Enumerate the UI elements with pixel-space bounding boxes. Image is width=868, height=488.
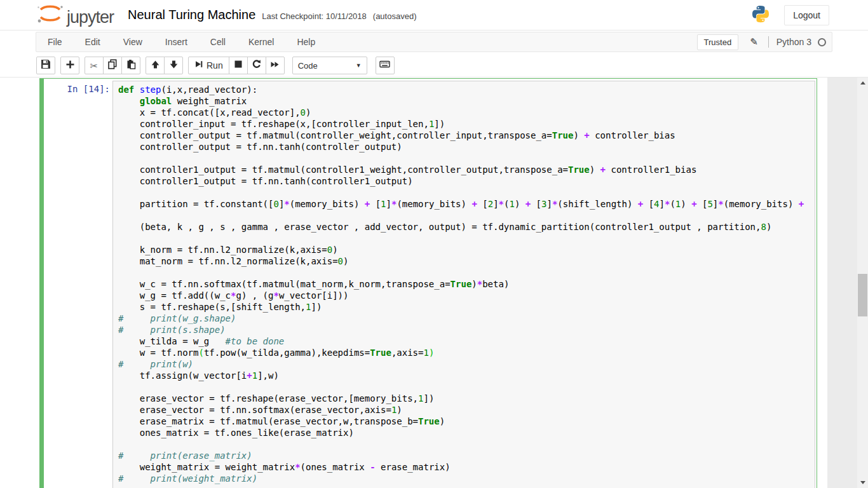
code-line: mat_norm = tf.nn.l2_normalize(k,axis=0)	[118, 255, 815, 267]
logout-button[interactable]: Logout	[784, 5, 829, 25]
run-button-label: Run	[207, 60, 223, 71]
paste-cell-button[interactable]	[121, 57, 140, 74]
menubar: FileEditViewInsertCellKernelHelp Trusted…	[36, 32, 832, 52]
header-right: Logout	[751, 4, 829, 26]
code-line: # print(weight_matrix)	[118, 473, 815, 484]
move-cell-up-button[interactable]	[146, 57, 165, 74]
code-line: k_norm = tf.nn.l2_normalize(k,axis=0)	[118, 244, 815, 255]
app-header: jupyter Neural Turing Machine Last Check…	[0, 0, 868, 30]
add-cell-button[interactable]	[60, 57, 79, 74]
code-line: controller_input = tf.reshape(x,[control…	[118, 118, 815, 130]
move-cell-down-button[interactable]	[164, 57, 183, 74]
move-down-icon	[169, 60, 179, 72]
notebook-right-margin	[827, 78, 857, 488]
move-up-icon	[151, 60, 160, 72]
cell-type-dropdown[interactable]: Code ▼	[292, 57, 367, 74]
cut-cell-button[interactable]: ✂	[85, 57, 104, 74]
code-line: partition = tf.constant([0]*(memory_bits…	[118, 198, 815, 210]
menu-item-insert[interactable]: Insert	[156, 32, 197, 51]
menubar-divider	[768, 36, 769, 48]
edit-title-pencil-icon[interactable]: ✎	[750, 36, 758, 48]
menu-item-cell[interactable]: Cell	[201, 32, 235, 51]
code-line: # print(w_g.shape)	[118, 313, 815, 324]
notebook-title[interactable]: Neural Turing Machine	[128, 8, 255, 22]
python-logo-icon	[751, 4, 770, 26]
menu-item-help[interactable]: Help	[287, 32, 325, 51]
triangle-down-icon	[860, 481, 865, 484]
keyboard-icon	[379, 59, 390, 72]
code-line: w_c = tf.nn.softmax(tf.matmul(mat_norm,k…	[118, 278, 815, 290]
restart-kernel-icon	[252, 59, 262, 72]
code-line: def step(i,x,read_vector):	[118, 84, 815, 95]
code-line	[118, 438, 815, 450]
code-line: erase_vector = tf.reshape(erase_vector,[…	[118, 393, 815, 404]
code-editor[interactable]: def step(i,x,read_vector): global weight…	[112, 81, 815, 488]
code-line: # print(erase_matrix)	[118, 450, 815, 461]
input-prompt: In [14]:	[65, 84, 110, 94]
interrupt-kernel-button[interactable]	[229, 57, 248, 74]
code-line	[118, 233, 815, 244]
menu-item-view[interactable]: View	[114, 32, 152, 51]
cell-type-selected: Code	[298, 61, 318, 71]
vertical-scrollbar[interactable]	[857, 78, 868, 488]
cell-edit-mode-bar	[40, 79, 44, 488]
toolbar: ✂	[36, 57, 400, 74]
code-line: x = tf.concat([x,read_vector],0)	[118, 107, 815, 118]
code-line	[118, 187, 815, 198]
trusted-badge[interactable]: Trusted	[697, 34, 739, 50]
code-line: controller_output = tf.nn.tanh(controlle…	[118, 141, 815, 152]
menu-items: FileEditViewInsertCellKernelHelp	[36, 32, 327, 51]
jupyter-notebook-app: jupyter Neural Turing Machine Last Check…	[0, 0, 868, 488]
notebook-title-area: Neural Turing Machine Last Checkpoint: 1…	[128, 8, 416, 22]
code-line	[118, 381, 815, 393]
menubar-right: Trusted ✎ Python 3	[697, 34, 832, 50]
code-line: # print(w)	[118, 358, 815, 370]
code-line: # print(s.shape)	[118, 324, 815, 336]
restart-run-all-button[interactable]	[266, 57, 285, 74]
restart-kernel-button[interactable]	[247, 57, 266, 74]
checkpoint-status: Last Checkpoint: 10/11/2018	[262, 11, 367, 21]
code-lines: def step(i,x,read_vector): global weight…	[113, 81, 815, 484]
code-line: erase_matrix = tf.matmul(erase_vector,w,…	[118, 416, 815, 427]
code-line: tf.assign(w_vector[i+1],w)	[118, 370, 815, 381]
code-line: w_g = tf.add((w_c*g) , (g*w_vector[i]))	[118, 290, 815, 301]
fast-forward-icon	[270, 60, 280, 72]
code-line: weight_matrix = weight_matrix*(ones_matr…	[118, 461, 815, 473]
scrollbar-up-arrow[interactable]	[857, 78, 868, 88]
chevron-down-icon: ▼	[356, 62, 362, 69]
code-line	[118, 267, 815, 278]
scrollbar-down-arrow[interactable]	[857, 477, 868, 488]
step-forward-icon	[194, 60, 203, 71]
command-palette-button[interactable]	[376, 57, 395, 74]
add-cell-icon	[65, 60, 75, 72]
copy-icon	[107, 59, 118, 72]
save-icon	[41, 59, 51, 72]
code-line: controller1_output = tf.matmul(controlle…	[118, 164, 815, 175]
save-button[interactable]	[36, 57, 55, 74]
triangle-up-icon	[860, 81, 865, 85]
jupyter-logo-text: jupyter	[67, 8, 114, 27]
copy-cell-button[interactable]	[103, 57, 122, 74]
menu-item-kernel[interactable]: Kernel	[239, 32, 283, 51]
code-line: global weight_matrix	[118, 95, 815, 107]
code-line: controller1_output = tf.nn.tanh(controll…	[118, 175, 815, 187]
code-line	[118, 152, 815, 164]
autosave-status: (autosaved)	[373, 11, 417, 21]
menu-item-file[interactable]: File	[38, 32, 72, 51]
scrollbar-thumb[interactable]	[858, 274, 867, 316]
stop-icon	[234, 60, 243, 71]
cut-icon: ✂	[90, 61, 98, 71]
menu-item-edit[interactable]: Edit	[76, 32, 110, 51]
code-line	[118, 210, 815, 221]
code-line: erase_vector = tf.nn.softmax(erase_vecto…	[118, 404, 815, 416]
code-line: (beta, k , g , s , gamma , erase_vector …	[118, 221, 815, 233]
code-line: s = tf.reshape(s,[shift_length,1])	[118, 301, 815, 313]
notebook-area: In [14]: def step(i,x,read_vector): glob…	[0, 77, 868, 488]
kernel-name: Python 3	[776, 37, 811, 47]
paste-icon	[126, 59, 136, 72]
run-cell-button[interactable]: Run	[188, 57, 229, 74]
jupyter-logo[interactable]: jupyter	[36, 4, 114, 27]
code-cell-selected[interactable]: In [14]: def step(i,x,read_vector): glob…	[39, 78, 817, 488]
code-line: w = tf.norm(tf.pow(w_tilda,gamma),keepdi…	[118, 347, 815, 358]
code-line: controller_output = tf.matmul(controller…	[118, 130, 815, 141]
